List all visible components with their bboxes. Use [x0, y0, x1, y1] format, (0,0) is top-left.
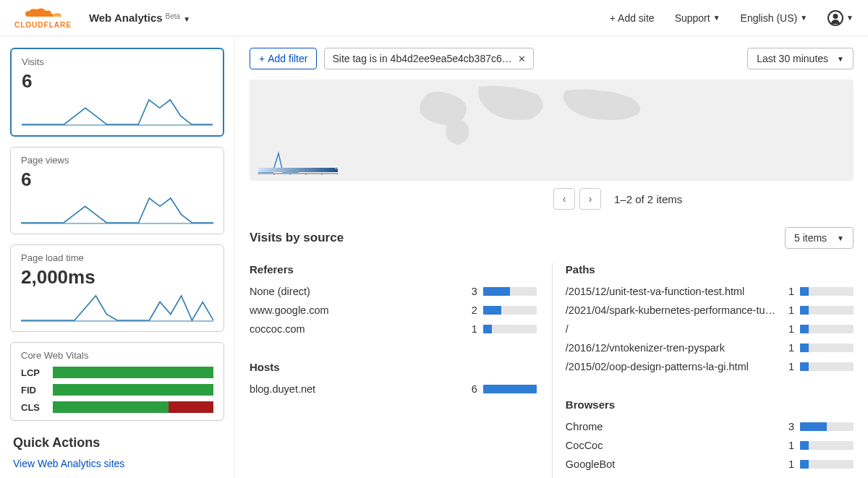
stat-row[interactable]: None (direct) 3 — [250, 286, 537, 297]
filter-chip-text: Site tag is in 4b4d2ee9ea5e4cb387c6… — [332, 53, 511, 64]
filter-chip[interactable]: Site tag is in 4b4d2ee9ea5e4cb387c6… ✕ — [324, 48, 533, 69]
core-web-vitals-card[interactable]: Core Web Vitals LCP FID CLS — [10, 342, 224, 421]
page-load-sparkline — [21, 293, 213, 322]
browsers-block: Browsers Chrome 3 CocCoc 1 GoogleBot 1 E… — [566, 398, 854, 478]
paths-title: Paths — [566, 263, 854, 276]
stat-row[interactable]: /2015/12/unit-test-va-function-test.html… — [566, 286, 854, 297]
cwv-row-fid: FID — [21, 384, 213, 396]
stat-row[interactable]: /2015/02/oop-design-patterns-la-gi.html … — [566, 361, 854, 372]
page-views-label: Page views — [21, 155, 213, 166]
svg-text:5: 5 — [335, 164, 338, 171]
top-nav: + Add site Support ▼ English (US) ▼ ▼ — [610, 10, 854, 26]
world-map — [250, 80, 854, 152]
page-load-value: 2,000ms — [21, 266, 213, 289]
stat-row[interactable]: /2016/12/vntokenizer-tren-pyspark 1 — [566, 342, 854, 354]
stat-row[interactable]: coccoc.com 1 — [250, 323, 537, 335]
stat-label: CocCoc — [566, 440, 781, 451]
date-range-select[interactable]: Last 30 minutes ▼ — [747, 48, 854, 69]
referers-title: Referers — [250, 263, 537, 276]
cwv-row-cls: CLS — [21, 401, 213, 413]
main-content: + Add filter Site tag is in 4b4d2ee9ea5e… — [235, 36, 868, 478]
filter-bar: + Add filter Site tag is in 4b4d2ee9ea5e… — [250, 48, 854, 69]
stat-count: 3 — [464, 286, 477, 297]
page-views-value: 6 — [21, 168, 213, 191]
user-menu[interactable]: ▼ — [827, 10, 854, 26]
stat-row[interactable]: GoogleBot 1 — [566, 458, 854, 470]
visits-card[interactable]: Visits 6 — [10, 48, 224, 137]
stat-count: 1 — [781, 286, 794, 297]
stat-label: blog.duyet.net — [250, 383, 464, 395]
hosts-block: Hosts blog.duyet.net 6 — [250, 361, 537, 395]
stat-count: 6 — [464, 383, 477, 395]
page-views-card[interactable]: Page views 6 — [10, 147, 224, 234]
stat-row[interactable]: www.google.com 2 — [250, 304, 537, 316]
stat-count: 1 — [781, 361, 794, 372]
stat-bar — [483, 306, 537, 315]
topbar: CLOUDFLARE Web Analytics Beta ▼ + Add si… — [0, 0, 868, 36]
plus-icon: + — [259, 53, 265, 64]
close-icon[interactable]: ✕ — [518, 54, 526, 64]
stats-grid: Referers None (direct) 3 www.google.com … — [250, 263, 854, 478]
pager-text: 1–2 of 2 items — [614, 193, 682, 205]
stat-count: 1 — [781, 440, 794, 451]
product-label: Web Analytics — [89, 12, 163, 24]
chevron-down-icon: ▼ — [837, 234, 844, 242]
stat-row[interactable]: blog.duyet.net 6 — [250, 383, 537, 395]
visits-sparkline — [22, 97, 213, 126]
stat-row[interactable]: CocCoc 1 — [566, 440, 854, 451]
stat-count: 1 — [781, 323, 794, 335]
stat-row[interactable]: /2021/04/spark-kubernetes-performance-tu… — [566, 304, 854, 316]
view-sites-link[interactable]: View Web Analytics sites — [13, 458, 224, 469]
referers-block: Referers None (direct) 3 www.google.com … — [250, 263, 537, 335]
page-load-label: Page load time — [21, 252, 213, 263]
stats-right-col: Paths /2015/12/unit-test-va-function-tes… — [566, 263, 854, 478]
stat-label: /2015/12/unit-test-va-function-test.html — [566, 286, 781, 297]
stat-bar — [800, 325, 854, 333]
page-load-card[interactable]: Page load time 2,000ms — [10, 244, 224, 332]
stat-bar — [800, 460, 854, 469]
chevron-left-icon: ‹ — [563, 193, 566, 205]
pager-next-button[interactable]: › — [579, 188, 601, 210]
chevron-down-icon: ▼ — [713, 14, 720, 22]
visits-value: 6 — [22, 70, 213, 93]
stat-bar — [800, 343, 854, 352]
cwv-row-lcp: LCP — [21, 367, 213, 378]
add-filter-button[interactable]: + Add filter — [250, 48, 317, 69]
product-dropdown[interactable]: Web Analytics Beta ▼ — [89, 12, 190, 24]
stat-count: 2 — [464, 304, 477, 316]
pager-prev-button[interactable]: ‹ — [553, 188, 575, 210]
support-dropdown[interactable]: Support ▼ — [675, 12, 720, 24]
beta-badge: Beta — [166, 12, 181, 20]
chevron-down-icon: ▼ — [183, 15, 190, 23]
language-dropdown[interactable]: English (US) ▼ — [741, 12, 808, 24]
stat-count: 3 — [781, 421, 794, 432]
cwv-bar — [53, 401, 213, 413]
stat-row[interactable]: Chrome 3 — [566, 421, 854, 432]
stat-count: 1 — [464, 323, 477, 335]
stat-label: / — [566, 323, 781, 335]
cwv-bar — [53, 384, 213, 396]
hosts-title: Hosts — [250, 361, 537, 373]
stat-bar — [800, 422, 854, 431]
stat-label: coccoc.com — [250, 323, 464, 335]
svg-rect-3 — [258, 168, 338, 172]
stat-row[interactable]: / 1 — [566, 323, 854, 335]
sidebar: Visits 6 Page views 6 Page load time 2,0… — [0, 36, 235, 478]
cwv-metric-label: CLS — [21, 402, 46, 413]
cwv-metric-label: LCP — [21, 367, 46, 378]
stat-label: None (direct) — [250, 286, 464, 297]
chevron-down-icon: ▼ — [846, 14, 854, 22]
stat-label: GoogleBot — [566, 458, 781, 470]
chevron-right-icon: › — [589, 193, 592, 205]
map-panel: 5 — [250, 80, 854, 181]
add-site-link[interactable]: + Add site — [610, 12, 655, 24]
map-pager-row: ‹ › 1–2 of 2 items — [250, 188, 854, 210]
stat-bar — [483, 325, 537, 333]
stat-label: /2015/02/oop-design-patterns-la-gi.html — [566, 361, 781, 372]
user-icon — [827, 10, 843, 26]
brand-text: CLOUDFLARE — [14, 21, 72, 29]
stat-bar — [800, 306, 854, 315]
page-size-select[interactable]: 5 items ▼ — [785, 227, 854, 249]
cloudflare-logo[interactable]: CLOUDFLARE — [14, 7, 72, 29]
cwv-metric-label: FID — [21, 385, 46, 396]
